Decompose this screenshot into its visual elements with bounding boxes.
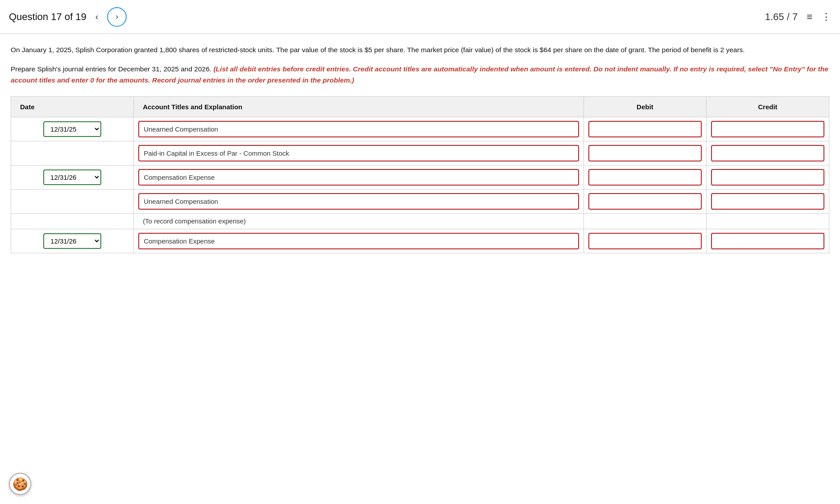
header-left: Question 17 of 19 ‹ › — [9, 7, 127, 27]
prepare-text: Prepare Splish's journal entries for Dec… — [11, 65, 213, 73]
account-cell — [134, 117, 584, 141]
table-row — [11, 190, 829, 214]
debit-input[interactable] — [588, 193, 702, 210]
credit-cell — [706, 229, 829, 253]
table-row: 12/31/2512/31/26 — [11, 117, 829, 141]
date-select[interactable]: 12/31/2512/31/26 — [43, 233, 101, 249]
account-input[interactable] — [138, 193, 579, 210]
debit-cell — [583, 117, 706, 141]
credit-input[interactable] — [711, 193, 824, 210]
col-account: Account Titles and Explanation — [134, 97, 584, 117]
page-header: Question 17 of 19 ‹ › 1.65 / 7 ≡ ⋮ — [0, 0, 840, 34]
credit-cell — [706, 117, 829, 141]
credit-cell — [706, 190, 829, 214]
account-input[interactable] — [138, 233, 579, 249]
header-right: 1.65 / 7 ≡ ⋮ — [765, 11, 831, 23]
account-cell — [134, 141, 584, 165]
debit-cell — [583, 141, 706, 165]
credit-input[interactable] — [711, 145, 824, 161]
debit-input[interactable] — [588, 169, 702, 186]
debit-input[interactable] — [588, 121, 702, 137]
date-cell: 12/31/2512/31/26 — [11, 165, 134, 190]
problem-text-1: On January 1, 2025, Splish Corporation g… — [11, 45, 829, 56]
account-input[interactable] — [138, 121, 579, 137]
debit-cell — [583, 229, 706, 253]
col-date: Date — [11, 97, 134, 117]
date-cell: 12/31/2512/31/26 — [11, 117, 134, 141]
account-cell — [134, 190, 584, 214]
date-select[interactable]: 12/31/2512/31/26 — [43, 169, 101, 185]
date-cell: 12/31/2512/31/26 — [11, 229, 134, 253]
question-label: Question 17 of 19 — [9, 11, 87, 23]
credit-input[interactable] — [711, 121, 824, 137]
table-row: (To record compensation expense) — [11, 214, 829, 229]
credit-input[interactable] — [711, 169, 824, 186]
credit-cell — [706, 141, 829, 165]
account-input[interactable] — [138, 145, 579, 161]
account-input[interactable] — [138, 169, 579, 186]
main-content: On January 1, 2025, Splish Corporation g… — [0, 34, 840, 253]
prev-button[interactable]: ‹ — [92, 10, 102, 24]
table-row: 12/31/2512/31/26 — [11, 229, 829, 253]
col-credit: Credit — [706, 97, 829, 117]
account-cell — [134, 165, 584, 190]
next-button[interactable]: › — [107, 7, 127, 27]
account-cell — [134, 229, 584, 253]
journal-table: Date Account Titles and Explanation Debi… — [11, 96, 829, 253]
debit-cell — [583, 165, 706, 190]
date-cell — [11, 141, 134, 165]
problem-instruction: Prepare Splish's journal entries for Dec… — [11, 64, 829, 86]
debit-input[interactable] — [588, 233, 702, 249]
debit-input[interactable] — [588, 145, 702, 161]
list-icon-button[interactable]: ≡ — [807, 11, 812, 23]
credit-cell — [706, 165, 829, 190]
score-display: 1.65 / 7 — [765, 11, 798, 23]
date-cell — [11, 190, 134, 214]
col-debit: Debit — [583, 97, 706, 117]
date-cell — [11, 214, 134, 229]
debit-cell — [583, 214, 706, 229]
table-row — [11, 141, 829, 165]
date-select[interactable]: 12/31/2512/31/26 — [43, 121, 101, 137]
more-options-button[interactable]: ⋮ — [821, 11, 831, 23]
credit-cell — [706, 214, 829, 229]
account-cell: (To record compensation expense) — [134, 214, 584, 229]
debit-cell — [583, 190, 706, 214]
table-row: 12/31/2512/31/26 — [11, 165, 829, 190]
credit-input[interactable] — [711, 233, 824, 249]
note-text: (To record compensation expense) — [138, 215, 246, 227]
